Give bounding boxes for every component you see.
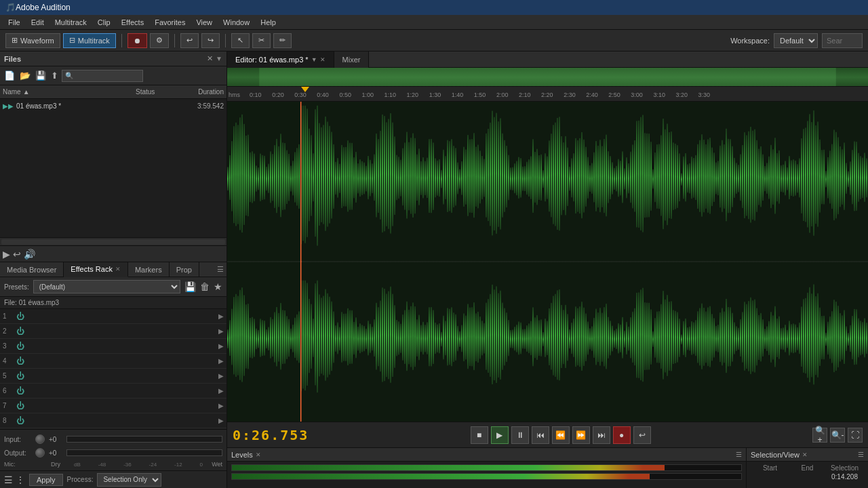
- pointer-tool[interactable]: ↖: [231, 33, 250, 48]
- effect-power-4[interactable]: ⏻: [16, 357, 24, 366]
- loop-button[interactable]: ↩: [633, 426, 651, 444]
- effect-power-1[interactable]: ⏻: [16, 312, 24, 321]
- effect-power-2[interactable]: ⏻: [16, 327, 24, 336]
- mini-overview[interactable]: [227, 68, 868, 87]
- sv-options[interactable]: ☰: [858, 451, 864, 458]
- menu-window[interactable]: Window: [218, 17, 255, 28]
- effect-power-3[interactable]: ⏻: [16, 342, 24, 351]
- effect-arrow-6[interactable]: ▶: [218, 387, 224, 394]
- files-panel-arrow[interactable]: ▼: [216, 55, 222, 62]
- settings-button[interactable]: ⚙: [150, 33, 169, 48]
- import-button[interactable]: ⬆: [50, 69, 60, 82]
- menu-edit[interactable]: Edit: [26, 17, 50, 28]
- bottom-panels: Levels ✕ ☰ Selection/View ✕ ☰: [227, 447, 868, 488]
- menu-effects[interactable]: Effects: [116, 17, 149, 28]
- effect-arrow-5[interactable]: ▶: [218, 372, 224, 380]
- sv-selection-value: 0:14.208: [827, 473, 863, 481]
- effect-row-2: 2 ⏻ ▶: [0, 324, 226, 339]
- save-file-button[interactable]: 💾: [34, 69, 47, 82]
- save-preset-button[interactable]: 💾: [184, 281, 196, 292]
- file-item[interactable]: ▶▶ 01 éwas.mp3 * 3:59.542: [0, 99, 226, 113]
- redo-button[interactable]: ↪: [201, 33, 220, 48]
- apply-button[interactable]: Apply: [29, 474, 63, 486]
- pencil-tool[interactable]: ✏: [273, 33, 292, 48]
- go-start-button[interactable]: ⏮: [532, 426, 549, 444]
- panel-menu-button[interactable]: ☰: [4, 474, 13, 485]
- cut-tool[interactable]: ✂: [252, 33, 271, 48]
- open-file-button[interactable]: 📂: [18, 69, 32, 82]
- files-search-input[interactable]: [62, 70, 143, 82]
- play-preview-button[interactable]: ▶: [3, 249, 10, 260]
- menu-view[interactable]: View: [191, 17, 218, 28]
- menu-favorites[interactable]: Favorites: [149, 17, 191, 28]
- workspace-area: Workspace: Default: [730, 33, 863, 48]
- input-knob[interactable]: [35, 434, 45, 444]
- record-button-toolbar[interactable]: ⏺: [127, 33, 147, 48]
- menu-multitrack[interactable]: Multitrack: [50, 17, 92, 28]
- editor-tab-arrow[interactable]: ▼: [311, 56, 317, 63]
- zoom-full-button[interactable]: ⛶: [848, 428, 863, 443]
- sv-close[interactable]: ✕: [802, 451, 808, 458]
- new-file-button[interactable]: 📄: [3, 69, 16, 82]
- left-panel: Files ✕ ▼ 📄 📂 💾 ⬆ Name ▲ Status Duration: [0, 52, 227, 488]
- waveform-mode-button[interactable]: ⊞ Waveform: [5, 33, 60, 48]
- effect-power-7[interactable]: ⏻: [16, 401, 24, 411]
- effect-power-8[interactable]: ⏻: [16, 416, 24, 426]
- tab-effects-rack[interactable]: Effects Rack ✕: [64, 262, 128, 277]
- loop-preview-button[interactable]: ↩: [13, 249, 21, 260]
- pause-button[interactable]: ⏸: [511, 426, 529, 444]
- play-button[interactable]: ▶: [491, 426, 509, 444]
- effect-row-8: 8 ⏻ ▶: [0, 413, 226, 428]
- effect-arrow-2[interactable]: ▶: [218, 327, 224, 335]
- record-button[interactable]: ●: [613, 426, 631, 444]
- files-panel: Files ✕ ▼ 📄 📂 💾 ⬆ Name ▲ Status Duration: [0, 52, 226, 262]
- levels-close[interactable]: ✕: [256, 451, 261, 458]
- toolbar-separator-2: [174, 34, 175, 47]
- effect-row-6: 6 ⏻ ▶: [0, 384, 226, 399]
- col-name-header[interactable]: Name ▲: [3, 88, 136, 96]
- zoom-in-button[interactable]: 🔍+: [812, 428, 827, 443]
- panel-grid-button[interactable]: ⋮: [16, 474, 25, 485]
- waveform-label: Waveform: [20, 37, 54, 45]
- tab-markers[interactable]: Markers: [128, 262, 170, 277]
- menu-clip[interactable]: Clip: [92, 17, 116, 28]
- svg-text:+0 dB: +0 dB: [656, 141, 673, 148]
- workspace-select[interactable]: Default: [774, 33, 818, 48]
- horizontal-scrollbar[interactable]: [0, 237, 226, 245]
- multitrack-mode-button[interactable]: ⊟ Multitrack: [63, 33, 116, 48]
- menu-file[interactable]: File: [3, 17, 26, 28]
- menu-help[interactable]: Help: [255, 17, 281, 28]
- fast-forward-button[interactable]: ⏩: [572, 426, 590, 444]
- presets-select[interactable]: (Default): [33, 280, 180, 293]
- editor-tab-close[interactable]: ✕: [320, 56, 326, 63]
- delete-preset-button[interactable]: 🗑: [200, 281, 210, 292]
- star-preset-button[interactable]: ★: [214, 281, 222, 292]
- undo-button[interactable]: ↩: [180, 33, 199, 48]
- effect-arrow-7[interactable]: ▶: [218, 402, 224, 409]
- stop-button[interactable]: ■: [471, 426, 488, 444]
- search-input[interactable]: [822, 33, 863, 48]
- tab-media-browser[interactable]: Media Browser: [0, 262, 64, 277]
- effect-arrow-4[interactable]: ▶: [218, 357, 224, 365]
- editor-tab-main[interactable]: Editor: 01 éwas.mp3 * ▼ ✕: [227, 52, 334, 68]
- panel-options-button[interactable]: ☰: [217, 265, 224, 274]
- svg-rect-8: [227, 262, 868, 422]
- levels-options[interactable]: ☰: [736, 451, 742, 458]
- effect-arrow-1[interactable]: ▶: [218, 312, 224, 320]
- tab-prop[interactable]: Prop: [170, 262, 199, 277]
- effect-power-6[interactable]: ⏻: [16, 386, 24, 396]
- effect-power-5[interactable]: ⏻: [16, 371, 24, 381]
- process-select[interactable]: Selection Only: [97, 473, 161, 487]
- waveform-display[interactable]: ▓ ⏱ +0 dB ✕: [227, 102, 868, 422]
- mixer-tab[interactable]: Mixer: [334, 52, 370, 68]
- rewind-button[interactable]: ⏪: [552, 426, 570, 444]
- autoplay-button[interactable]: 🔊: [24, 249, 35, 260]
- zoom-out-button[interactable]: 🔍-: [830, 428, 845, 443]
- files-panel-close[interactable]: ✕: [207, 54, 213, 63]
- effects-rack-close[interactable]: ✕: [115, 266, 121, 272]
- go-end-button[interactable]: ⏭: [593, 426, 610, 444]
- effect-arrow-3[interactable]: ▶: [218, 342, 224, 350]
- ruler-2-20: 2:20: [541, 92, 553, 98]
- output-knob[interactable]: [35, 448, 45, 458]
- effect-arrow-8[interactable]: ▶: [218, 417, 224, 424]
